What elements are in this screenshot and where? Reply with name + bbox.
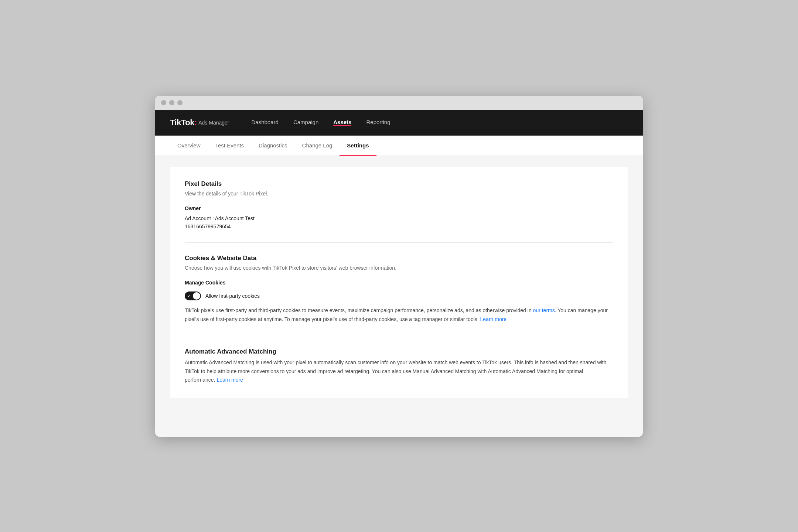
our-terms-link[interactable]: our terms — [533, 307, 555, 313]
nav-item-dashboard[interactable]: Dashboard — [251, 119, 278, 126]
owner-label: Owner — [185, 205, 613, 211]
owner-value-line2: 1631665799579654 — [185, 222, 613, 231]
traffic-light-maximize[interactable] — [177, 100, 183, 105]
manage-cookies-label: Manage Cookies — [185, 280, 613, 286]
content-card: Pixel Details View the details of your T… — [170, 167, 628, 398]
sub-nav-test-events[interactable]: Test Events — [208, 136, 252, 156]
nav-menu: Dashboard Campaign Assets Reporting — [251, 119, 390, 126]
main-content: Pixel Details View the details of your T… — [155, 156, 643, 437]
toggle-check-icon: ✓ — [187, 294, 191, 299]
toggle-label: Allow first-party cookies — [205, 293, 260, 299]
cookies-section: Cookies & Website Data Choose how you wi… — [185, 255, 613, 324]
sub-nav-diagnostics[interactable]: Diagnostics — [251, 136, 295, 156]
nav-item-assets[interactable]: Assets — [333, 119, 351, 126]
toggle-row: ✓ Allow first-party cookies — [185, 291, 613, 300]
logo-dot: : — [194, 118, 197, 127]
pixel-details-section: Pixel Details View the details of your T… — [185, 180, 613, 231]
divider-1 — [185, 242, 613, 243]
aam-section: Automatic Advanced Matching Automatic Ad… — [185, 348, 613, 385]
sub-nav-settings[interactable]: Settings — [340, 136, 376, 156]
cookies-description: Choose how you will use cookies with Tik… — [185, 265, 613, 271]
aam-text: Automatic Advanced Matching is used with… — [185, 359, 606, 383]
sub-nav-overview[interactable]: Overview — [170, 136, 208, 156]
cookies-body-text: TikTok pixels use first-party and third-… — [185, 306, 613, 324]
pixel-details-description: View the details of your TikTok Pixel. — [185, 191, 613, 197]
owner-value-line1: Ad Account : Ads Account Test — [185, 214, 613, 222]
top-nav: TikTok: Ads Manager Dashboard Campaign A… — [155, 110, 643, 136]
learn-more-link-1[interactable]: Learn more — [480, 316, 507, 322]
aam-body-text: Automatic Advanced Matching is used with… — [185, 358, 613, 385]
toggle-knob — [193, 292, 200, 300]
browser-chrome — [155, 96, 643, 110]
cookies-title: Cookies & Website Data — [185, 255, 613, 262]
logo-brand: TikTok — [170, 118, 194, 127]
first-party-cookies-toggle[interactable]: ✓ — [185, 291, 201, 300]
sub-nav-change-log[interactable]: Change Log — [295, 136, 340, 156]
sub-nav-menu: Overview Test Events Diagnostics Change … — [170, 136, 376, 156]
cookies-text-1: TikTok pixels use first-party and third-… — [185, 307, 533, 313]
aam-title: Automatic Advanced Matching — [185, 348, 613, 355]
browser-window: TikTok: Ads Manager Dashboard Campaign A… — [155, 96, 643, 437]
traffic-light-close[interactable] — [161, 100, 166, 105]
aam-learn-more-link[interactable]: Learn more — [216, 377, 243, 383]
sub-nav: Overview Test Events Diagnostics Change … — [155, 136, 643, 156]
logo-subtitle: Ads Manager — [198, 120, 229, 126]
divider-2 — [185, 336, 613, 336]
nav-item-campaign[interactable]: Campaign — [293, 119, 318, 126]
traffic-light-minimize[interactable] — [169, 100, 174, 105]
pixel-details-title: Pixel Details — [185, 180, 613, 188]
logo: TikTok: Ads Manager — [170, 118, 229, 127]
nav-item-reporting[interactable]: Reporting — [366, 119, 390, 126]
